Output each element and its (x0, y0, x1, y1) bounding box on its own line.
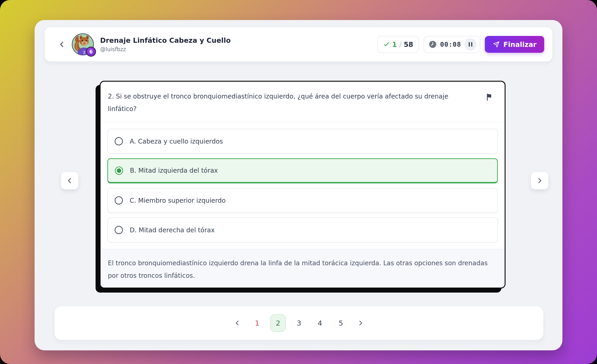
quiz-app-panel: Σ 6 Drenaje Linfático Cabeza y Cuello @l… (35, 20, 562, 350)
page-button-5[interactable]: 5 (333, 314, 349, 332)
answered-count: 1 (392, 40, 397, 48)
page-title: Drenaje Linfático Cabeza y Cuello (100, 36, 231, 44)
level-badge: 6 (86, 47, 96, 57)
svg-text:Σ: Σ (83, 50, 86, 55)
answer-explanation: El tronco bronquiomediastínico izquierdo… (101, 249, 505, 288)
page-button-4[interactable]: 4 (312, 314, 328, 332)
previous-question-button[interactable] (61, 172, 78, 189)
question-card: 2. Si se obstruye el tronco bronquiomedi… (100, 81, 506, 288)
radio-unchecked-icon (115, 137, 123, 145)
total-count: 58 (404, 40, 413, 48)
options-list: A. Cabeza y cuello izquierdos B. Mitad i… (101, 122, 505, 249)
radio-unchecked-icon (115, 226, 123, 234)
avatar[interactable]: Σ 6 (71, 33, 94, 56)
flag-question-button[interactable] (484, 91, 495, 103)
check-icon (383, 41, 390, 48)
finalize-label: Finalizar (503, 40, 536, 48)
finalize-button[interactable]: Finalizar (485, 36, 544, 53)
header-titles: Drenaje Linfático Cabeza y Cuello @luisf… (100, 36, 231, 53)
radio-unchecked-icon (115, 196, 123, 205)
header-bar: Σ 6 Drenaje Linfático Cabeza y Cuello @l… (45, 27, 552, 61)
timer: 00:08 (424, 36, 480, 53)
radio-checked-icon (115, 166, 123, 175)
question-header: 2. Si se obstruye el tronco bronquiomedi… (101, 82, 505, 122)
option-label: A. Cabeza y cuello izquierdos (130, 138, 223, 145)
chevron-right-icon (536, 177, 543, 184)
option-c[interactable]: C. Miembro superior izquierdo (107, 188, 498, 213)
chevron-right-icon (357, 320, 364, 326)
option-label: C. Miembro superior izquierdo (130, 197, 226, 204)
pause-icon (469, 42, 470, 47)
next-question-button[interactable] (531, 172, 548, 189)
chevron-left-icon (58, 40, 66, 48)
page-button-1[interactable]: 1 (249, 314, 265, 332)
send-icon (493, 41, 500, 48)
pagination-bar: 1 2 3 4 5 (55, 306, 543, 340)
header-actions: 1 / 58 00:08 Finalizar (377, 36, 544, 53)
chevron-left-icon (234, 320, 241, 326)
progress-counter: 1 / 58 (377, 36, 419, 53)
clock-icon (429, 40, 437, 48)
pagination-prev-button[interactable] (230, 316, 244, 330)
username: @luisfbzz (100, 46, 231, 53)
option-label: B. Mitad izquierda del tórax (130, 167, 218, 174)
pagination-next-button[interactable] (354, 316, 368, 330)
option-d[interactable]: D. Mitad derecha del tórax (107, 217, 498, 243)
option-a[interactable]: A. Cabeza y cuello izquierdos (107, 129, 498, 154)
flag-icon (486, 93, 494, 101)
timer-value: 00:08 (440, 40, 461, 48)
page-button-3[interactable]: 3 (291, 314, 307, 332)
question-text: 2. Si se obstruye el tronco bronquiomedi… (108, 90, 484, 115)
chevron-left-icon (66, 177, 73, 184)
page-button-2-current[interactable]: 2 (270, 314, 286, 332)
pause-button[interactable] (464, 38, 477, 50)
progress-divider: / (399, 40, 401, 48)
option-label: D. Mitad derecha del tórax (130, 226, 215, 234)
back-button[interactable] (56, 39, 67, 50)
option-b-selected[interactable]: B. Mitad izquierda del tórax (107, 158, 498, 183)
